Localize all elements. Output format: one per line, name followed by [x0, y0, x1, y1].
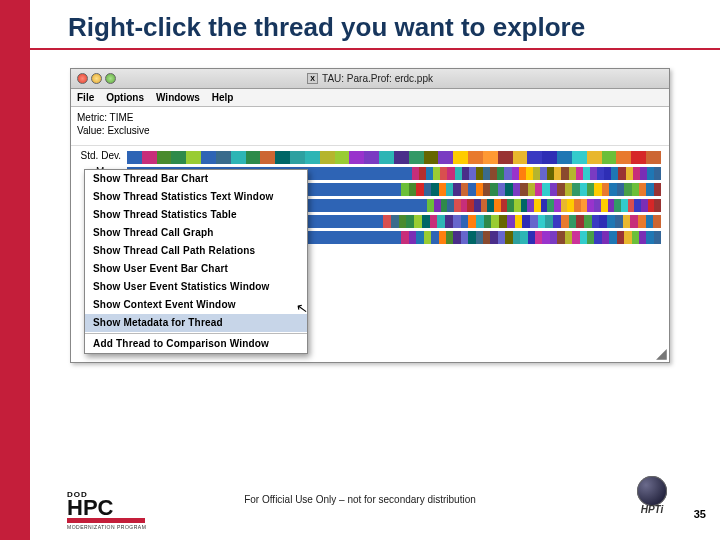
- slide-title: Right-click the thread you want to explo…: [68, 12, 585, 43]
- metric-info: Metric: TIME Value: Exclusive: [71, 107, 669, 146]
- value-line: Value: Exclusive: [77, 124, 663, 137]
- context-menu-item[interactable]: Show Thread Bar Chart: [85, 170, 307, 188]
- minimize-icon[interactable]: [91, 73, 102, 84]
- menu-windows[interactable]: Windows: [156, 92, 200, 103]
- metric-line: Metric: TIME: [77, 111, 663, 124]
- title-underline: [30, 48, 720, 50]
- menu-file[interactable]: File: [77, 92, 94, 103]
- globe-icon: [637, 476, 667, 506]
- traffic-light-buttons: [77, 73, 116, 84]
- window-titlebar[interactable]: X TAU: Para.Prof: erdc.ppk: [71, 69, 669, 89]
- context-menu-separator: [85, 333, 307, 334]
- close-icon[interactable]: [77, 73, 88, 84]
- context-menu-item[interactable]: Show Thread Statistics Table: [85, 206, 307, 224]
- window-title: TAU: Para.Prof: erdc.ppk: [322, 73, 433, 84]
- context-menu-item[interactable]: Show Thread Statistics Text Window: [85, 188, 307, 206]
- context-menu: Show Thread Bar ChartShow Thread Statist…: [84, 169, 308, 354]
- logo-hpti: HPTi: [632, 476, 672, 516]
- app-icon: X: [307, 73, 318, 84]
- context-menu-item[interactable]: Show Context Event Window: [85, 296, 307, 314]
- cursor-icon: ↖: [295, 299, 310, 317]
- context-menu-item[interactable]: Show User Event Bar Chart: [85, 260, 307, 278]
- titlebar-center: X TAU: Para.Prof: erdc.ppk: [71, 73, 669, 84]
- menu-help[interactable]: Help: [212, 92, 234, 103]
- zoom-icon[interactable]: [105, 73, 116, 84]
- slide-accent-band: [0, 0, 30, 540]
- context-menu-item[interactable]: Add Thread to Comparison Window: [85, 335, 307, 353]
- thread-row-label: Std. Dev.: [71, 150, 125, 161]
- page-number: 35: [694, 508, 706, 520]
- context-menu-item[interactable]: Show Metadata for Thread: [85, 314, 307, 332]
- resize-grip-icon[interactable]: ◢: [655, 348, 667, 360]
- context-menu-item[interactable]: Show Thread Call Path Relations: [85, 242, 307, 260]
- menu-options[interactable]: Options: [106, 92, 144, 103]
- context-menu-item[interactable]: Show User Event Statistics Window: [85, 278, 307, 296]
- thread-row[interactable]: [127, 150, 669, 165]
- context-menu-item[interactable]: Show Thread Call Graph: [85, 224, 307, 242]
- menubar: File Options Windows Help: [71, 89, 669, 107]
- logo-dod-hpc: DOD HPC MODERNIZATION PROGRAM: [67, 490, 146, 530]
